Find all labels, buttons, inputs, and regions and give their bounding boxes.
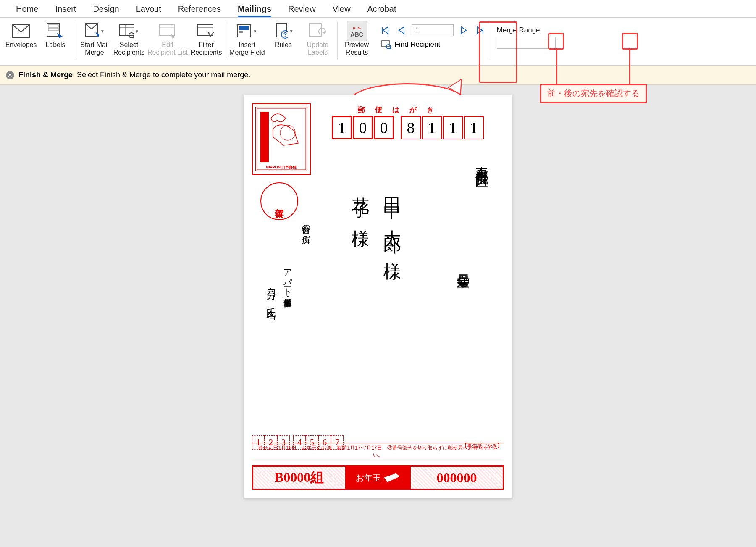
mail-merge-icon: ▼ xyxy=(84,21,105,41)
first-record-button[interactable] xyxy=(378,24,391,36)
lottery-center: お年玉 xyxy=(346,465,410,490)
chevron-down-icon: ▼ xyxy=(253,29,257,34)
info-bar-title: Finish & Merge xyxy=(18,71,73,79)
zip-digit: 0 xyxy=(353,116,373,139)
svg-rect-10 xyxy=(159,24,174,35)
previous-record-button[interactable] xyxy=(395,24,408,36)
recipient-name-2: 花子 様 xyxy=(349,183,372,254)
svg-text:?: ? xyxy=(283,31,287,38)
svg-rect-15 xyxy=(239,26,249,30)
annotation-line xyxy=(629,50,630,84)
tab-mailings[interactable]: Mailings xyxy=(229,0,280,17)
update-labels-button[interactable]: Update Labels xyxy=(301,20,335,58)
recipients-icon: ▼ xyxy=(119,21,139,41)
lottery-strip: B0000組 お年玉 000000 xyxy=(252,465,504,490)
chevron-down-icon: ▼ xyxy=(289,29,294,34)
preview-results-label: Preview Results xyxy=(345,41,369,57)
divider xyxy=(226,22,226,60)
insert-merge-field-button[interactable]: ▼ Insert Merge Field xyxy=(228,20,265,58)
svg-rect-16 xyxy=(239,31,243,33)
stamp-frame: NIPPON 日本郵便 xyxy=(252,103,311,175)
nenga-seal-icon: 年賀 xyxy=(260,182,298,220)
preview-icon: « » ABC xyxy=(347,21,367,41)
find-recipient-icon xyxy=(381,39,392,50)
labels-icon xyxy=(45,21,66,41)
zip-digit: 1 xyxy=(422,116,442,139)
svg-rect-2 xyxy=(48,25,58,27)
filter-icon xyxy=(196,21,216,41)
rules-button[interactable]: ? ▼ Rules xyxy=(267,20,300,50)
find-recipient-button[interactable]: Find Recipient xyxy=(378,39,487,50)
tab-home[interactable]: Home xyxy=(8,0,47,17)
zip-digit: 1 xyxy=(443,116,463,139)
record-number-input[interactable] xyxy=(412,24,454,36)
stamp-area: NIPPON 日本郵便 年賀 xyxy=(252,103,319,217)
zip-digit: 1 xyxy=(464,116,484,139)
menu-tabs: Home Insert Design Layout References Mai… xyxy=(0,0,756,18)
update-labels-icon xyxy=(308,21,328,41)
edit-list-icon xyxy=(158,21,178,41)
annotation-prev-box xyxy=(548,33,564,50)
insert-merge-field-label: Insert Merge Field xyxy=(229,41,265,57)
close-icon[interactable]: ✕ xyxy=(6,71,14,79)
tab-design[interactable]: Design xyxy=(84,0,127,17)
document-canvas: 郵便はがき 1 0 0 8 1 1 1 NIPPON 日本郵便 xyxy=(0,85,756,498)
ribbon-toolbar: Envelopes Labels ▼ Start Mail Merge ▼ Se… xyxy=(0,18,756,66)
envelopes-button[interactable]: Envelopes xyxy=(4,20,38,50)
sender-apartment: アパート名・部屋番号 xyxy=(280,263,296,292)
svg-rect-5 xyxy=(120,24,134,35)
filter-recipients-button[interactable]: Filter Recipients xyxy=(189,20,223,58)
preview-results-button[interactable]: « » ABC Preview Results xyxy=(340,20,374,58)
edit-recipient-list-button[interactable]: Edit Recipient List xyxy=(147,20,189,58)
tab-layout[interactable]: Layout xyxy=(128,0,170,17)
labels-label: Labels xyxy=(45,41,65,49)
divider xyxy=(337,22,338,60)
otoshidama-icon xyxy=(383,471,400,484)
recipient-address-1: 東京都千代田区一ー一 xyxy=(470,156,494,173)
update-labels-label: Update Labels xyxy=(307,41,329,57)
hagaki-label: 郵便はがき xyxy=(358,105,444,115)
recipient-zip: 1 0 0 8 1 1 1 xyxy=(332,116,484,139)
svg-rect-12 xyxy=(198,24,213,35)
zip-digit: 0 xyxy=(374,116,394,139)
sender-name: 自分 氏名 xyxy=(261,279,281,306)
merge-field-icon: ▼ xyxy=(237,21,257,41)
svg-text:NIPPON 日本郵便: NIPPON 日本郵便 xyxy=(266,165,297,169)
edit-recipient-list-label: Edit Recipient List xyxy=(147,41,188,57)
postcard: 郵便はがき 1 0 0 8 1 1 1 NIPPON 日本郵便 xyxy=(244,95,512,498)
tab-references[interactable]: References xyxy=(170,0,229,17)
zip-digit: 1 xyxy=(332,116,352,139)
tab-review[interactable]: Review xyxy=(280,0,324,17)
recipient-name-1: 田中 太郎 様 xyxy=(381,183,404,254)
lottery-group: B0000組 xyxy=(252,465,346,490)
stamp-icon: NIPPON 日本郵便 xyxy=(255,107,307,171)
lottery-number: 000000 xyxy=(410,465,504,490)
chevron-down-icon: ▼ xyxy=(100,29,105,34)
zip-digit: 8 xyxy=(401,116,421,139)
labels-button[interactable]: Labels xyxy=(39,20,72,50)
svg-rect-3 xyxy=(48,28,58,31)
start-mail-merge-button[interactable]: ▼ Start Mail Merge xyxy=(78,20,111,58)
svg-rect-21 xyxy=(382,41,389,47)
next-record-button[interactable] xyxy=(457,24,470,36)
envelopes-label: Envelopes xyxy=(5,41,37,49)
tab-view[interactable]: View xyxy=(324,0,359,17)
chevron-down-icon: ▼ xyxy=(135,29,139,34)
annotation-line xyxy=(556,50,557,84)
svg-line-9 xyxy=(133,37,134,39)
tab-insert[interactable]: Insert xyxy=(47,0,84,17)
envelope-icon xyxy=(11,21,31,41)
divider xyxy=(75,22,75,60)
recipient-names: 花子 様 田中 太郎 様 xyxy=(349,183,404,254)
select-recipients-button[interactable]: ▼ Select Recipients xyxy=(112,20,146,58)
svg-line-23 xyxy=(390,48,391,50)
rules-icon: ? ▼ xyxy=(273,21,294,41)
sender-address: 自分の住所 xyxy=(298,219,314,229)
start-mail-merge-label: Start Mail Merge xyxy=(80,41,109,57)
rules-label: Rules xyxy=(275,41,292,49)
tab-acrobat[interactable]: Acrobat xyxy=(359,0,405,17)
lottery-info: 抽せん日1月15日 お年玉のお渡し期間1月17~7月17日 ③番号部分を切り取ら… xyxy=(252,443,504,460)
info-bar: ✕ Finish & Merge Select Finish & Merge t… xyxy=(0,66,756,85)
annotation-next-box xyxy=(622,33,638,50)
find-recipient-label: Find Recipient xyxy=(395,40,441,49)
